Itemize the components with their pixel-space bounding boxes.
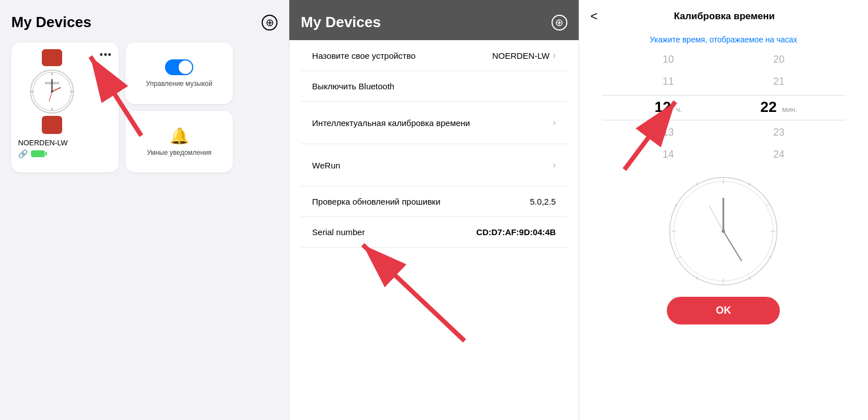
menu-item-label-3: WeRun	[312, 161, 340, 170]
notifications-card[interactable]: 🔔 Умные уведомления	[125, 111, 233, 172]
clock-svg	[667, 175, 780, 288]
device-cards-right: Управление музыкой 🔔 Умные уведомления	[125, 42, 233, 172]
device-card-main[interactable]: ••• NOERDEN	[11, 42, 119, 172]
hour-item-2-selected[interactable]: 12 ч.	[613, 93, 724, 122]
menu-item-5[interactable]: Serial number CD:D7:AF:9D:04:4B	[301, 217, 567, 248]
panel2-add-button[interactable]: ⊕	[552, 15, 567, 31]
panel3-title: Калибровка времени	[605, 11, 844, 22]
menu-item-label-0: Назовите свое устройство	[312, 51, 415, 60]
device-name: NOERDEN-LW	[18, 138, 112, 147]
panel1-add-button[interactable]: ⊕	[262, 15, 277, 31]
panel-1: My Devices ⊕ ••• NOERDEN	[0, 0, 289, 420]
hour-item-4[interactable]: 14	[613, 144, 724, 166]
music-toggle[interactable]	[165, 59, 193, 75]
svg-rect-0	[42, 49, 62, 66]
music-toggle-container	[165, 59, 193, 75]
device-status-icons: 🔗	[18, 149, 112, 158]
hour-unit: ч.	[676, 105, 682, 114]
three-dots-icon[interactable]: •••	[99, 49, 112, 61]
hour-item-0[interactable]: 10	[613, 49, 724, 71]
music-card-label: Управление музыкой	[146, 80, 212, 88]
menu-item-value-5: CD:D7:AF:9D:04:4B	[476, 227, 556, 237]
svg-line-16	[363, 245, 465, 341]
watch-image: NOERDEN	[18, 49, 86, 134]
time-picker-wrapper: 10 11 12 ч. 13 14 20 21 22 мин. 23 24	[602, 49, 845, 166]
time-picker: 10 11 12 ч. 13 14 20 21 22 мин. 23 24	[613, 49, 834, 166]
analog-clock	[667, 175, 780, 288]
menu-item-label-4: Проверка обновлений прошивки	[312, 197, 440, 206]
svg-line-33	[709, 206, 723, 231]
menu-item-label-5: Serial number	[312, 227, 364, 237]
min-item-3[interactable]: 23	[723, 122, 834, 144]
menu-item-label-1: Выключить Bluetooth	[312, 81, 394, 91]
panel-3: < Калибровка времени Укажите время, отоб…	[579, 0, 868, 420]
menu-item-value-0: NOERDEN-LW	[492, 51, 549, 60]
min-item-4[interactable]: 24	[723, 144, 834, 166]
menu-item-4[interactable]: Проверка обновлений прошивки 5.0,2.5	[301, 187, 567, 217]
hours-column[interactable]: 10 11 12 ч. 13 14	[613, 49, 724, 166]
menu-item-chevron-2: ›	[553, 118, 555, 128]
menu-item-value-4: 5.0,2.5	[530, 197, 556, 206]
menu-item-chevron-3: ›	[553, 160, 555, 170]
panel-2: My Devices ⊕ Назовите свое устройство NO…	[289, 0, 578, 420]
hour-item-1[interactable]: 11	[613, 71, 724, 93]
menu-item-0[interactable]: Назовите свое устройство NOERDEN-LW ›	[301, 40, 567, 71]
menu-item-label-2: Интеллектуальная калибровка времени	[312, 118, 470, 128]
svg-point-8	[51, 90, 53, 93]
menu-item-1[interactable]: Выключить Bluetooth	[301, 71, 567, 102]
bell-icon: 🔔	[170, 127, 189, 145]
panel2-header: My Devices ⊕	[289, 0, 578, 40]
back-button[interactable]: <	[591, 9, 598, 24]
notifications-card-label: Умные уведомления	[147, 149, 212, 157]
min-item-2-selected[interactable]: 22 мин.	[723, 93, 834, 122]
menu-item-2[interactable]: Интеллектуальная калибровка времени ›	[301, 102, 567, 144]
menu-item-3[interactable]: WeRun ›	[301, 144, 567, 187]
hour-item-3[interactable]: 13	[613, 122, 724, 144]
music-control-card[interactable]: Управление музыкой	[125, 42, 233, 104]
devices-grid: ••• NOERDEN	[11, 42, 277, 172]
svg-line-32	[723, 231, 741, 261]
panel3-header: < Калибровка времени	[579, 0, 868, 28]
menu-item-chevron-0: ›	[553, 50, 555, 60]
panel3-subtitle: Укажите время, отображаемое на часах	[602, 35, 845, 44]
ok-button[interactable]: OK	[667, 297, 780, 324]
minutes-column[interactable]: 20 21 22 мин. 23 24	[723, 49, 834, 166]
link-icon: 🔗	[18, 149, 28, 158]
menu-list: Назовите свое устройство NOERDEN-LW › Вы…	[301, 40, 567, 248]
panel1-header: My Devices ⊕	[11, 14, 277, 31]
svg-rect-1	[42, 116, 62, 134]
min-item-1[interactable]: 21	[723, 71, 834, 93]
menu-item-value-row-0: NOERDEN-LW ›	[492, 50, 556, 60]
min-unit: мин.	[782, 105, 797, 114]
battery-icon	[31, 150, 45, 157]
panel1-title: My Devices	[11, 14, 92, 31]
min-item-0[interactable]: 20	[723, 49, 834, 71]
svg-point-34	[722, 230, 725, 233]
panel2-title: My Devices	[301, 14, 381, 31]
